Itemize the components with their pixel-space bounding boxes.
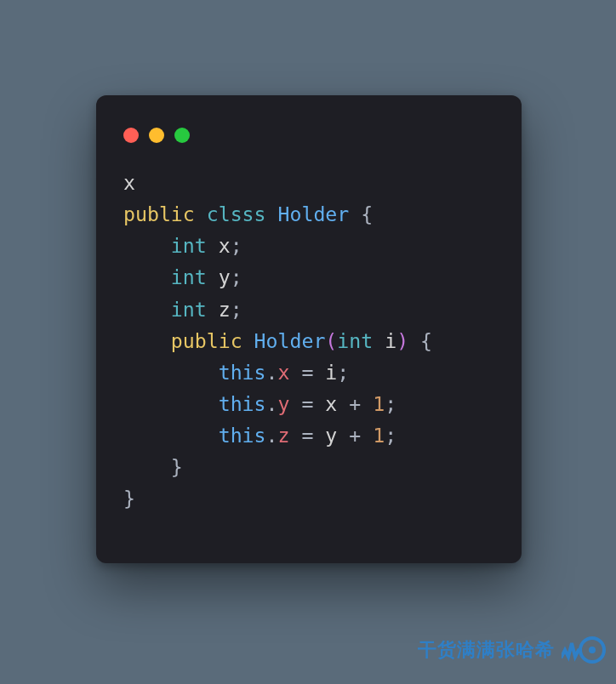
token-id: i	[385, 329, 396, 352]
token-type: clsss	[207, 202, 266, 225]
token-field: z	[278, 424, 290, 447]
token-op: +	[337, 392, 373, 415]
code-line: this.y = x + 1;	[123, 392, 396, 415]
token-cls: Holder	[278, 202, 350, 225]
svg-point-1	[589, 647, 596, 653]
code-line: public clsss Holder {	[123, 202, 373, 225]
token	[207, 298, 219, 321]
token-kw: public	[123, 202, 195, 225]
token-punct: ;	[231, 265, 242, 288]
code-window: x public clsss Holder { int x; int y; in…	[96, 95, 522, 563]
code-line: int y;	[123, 265, 242, 288]
token-field: y	[278, 392, 290, 415]
token-this: this	[219, 424, 266, 447]
token-type: int	[171, 298, 207, 321]
token	[242, 329, 254, 352]
code-line: int z;	[123, 298, 242, 321]
code-line: public Holder(int i) {	[123, 329, 432, 352]
traffic-lights	[123, 128, 494, 143]
code-line: x	[123, 171, 135, 194]
token-punct: ;	[385, 424, 396, 447]
token-kw: public	[171, 329, 242, 352]
token-punct: ;	[231, 298, 242, 321]
token-cls: Holder	[254, 329, 326, 352]
token-punct: ;	[231, 234, 242, 257]
watermark: 干货满满张哈希	[418, 631, 606, 669]
token	[207, 234, 219, 257]
watermark-icon	[562, 631, 606, 669]
token	[207, 265, 219, 288]
token-paren: (	[325, 329, 337, 352]
watermark-text: 干货满满张哈希	[418, 637, 555, 663]
token-id: z	[219, 298, 231, 321]
token-type: int	[337, 329, 373, 352]
token-op: =	[289, 361, 325, 384]
code-line: }	[123, 487, 135, 510]
token-id: y	[325, 424, 337, 447]
token-op: +	[337, 424, 373, 447]
token-field: x	[278, 361, 290, 384]
token	[408, 329, 420, 352]
token-id: y	[219, 265, 231, 288]
token-paren: )	[396, 329, 408, 352]
token-op: =	[289, 392, 325, 415]
close-icon[interactable]	[123, 128, 139, 143]
token-punct: ;	[337, 361, 349, 384]
token-this: this	[219, 392, 266, 415]
token-punct: ;	[385, 392, 396, 415]
token-punct: }	[171, 455, 183, 478]
token-punct: }	[123, 487, 135, 510]
token-op: =	[289, 424, 325, 447]
token-id: x	[123, 171, 135, 194]
token-id: x	[325, 392, 337, 415]
token-this: this	[219, 361, 266, 384]
minimize-icon[interactable]	[149, 128, 164, 143]
code-line: this.x = i;	[123, 361, 349, 384]
token	[349, 202, 361, 225]
token-punct: .	[266, 392, 278, 415]
token-punct: .	[266, 424, 278, 447]
token-id: i	[325, 361, 337, 384]
code-line: }	[123, 455, 183, 478]
token-punct: {	[361, 202, 373, 225]
token	[266, 202, 278, 225]
token-num: 1	[373, 424, 385, 447]
zoom-icon[interactable]	[174, 128, 190, 143]
token-id: x	[219, 234, 231, 257]
token-punct: .	[266, 361, 278, 384]
token-punct: {	[420, 329, 432, 352]
token	[373, 329, 385, 352]
token-type: int	[171, 234, 207, 257]
code-line: int x;	[123, 234, 242, 257]
code-block: x public clsss Holder { int x; int y; in…	[123, 167, 494, 514]
token-type: int	[171, 265, 207, 288]
token-num: 1	[373, 392, 385, 415]
code-line: this.z = y + 1;	[123, 424, 396, 447]
token	[195, 202, 207, 225]
